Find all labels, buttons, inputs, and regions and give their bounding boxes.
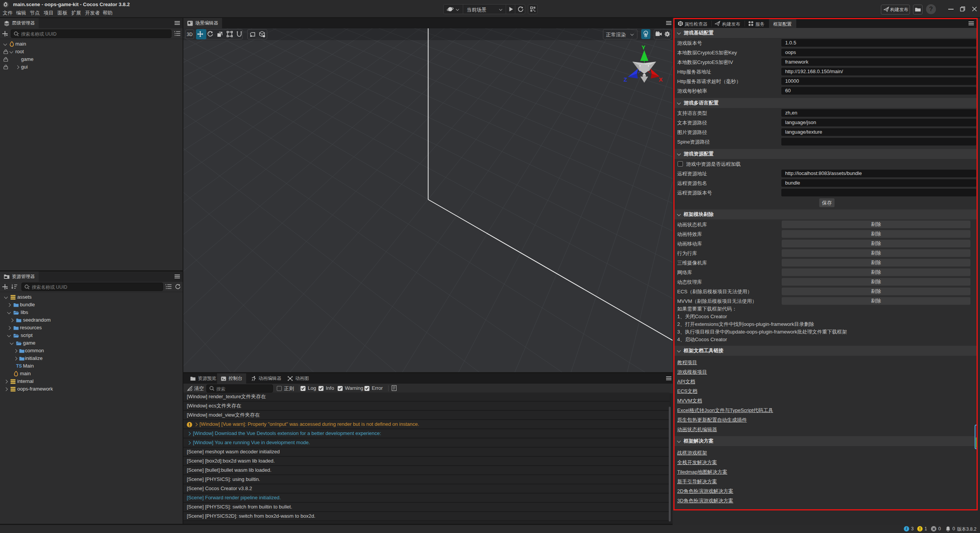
svg-text:Y: Y	[642, 44, 645, 51]
svg-text:Z: Z	[624, 76, 627, 83]
svg-text:X: X	[659, 76, 663, 83]
